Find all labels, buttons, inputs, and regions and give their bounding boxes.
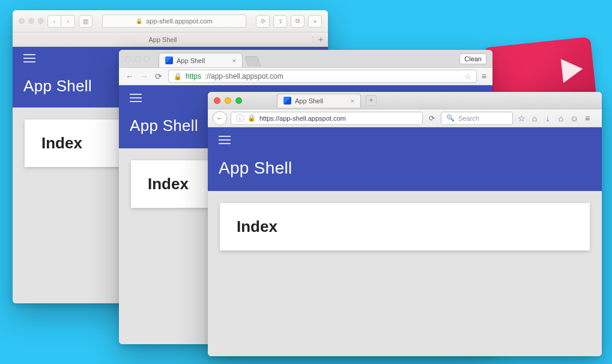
menu-icon: ≡ [482, 71, 486, 81]
safari-address-bar[interactable]: 🔒 app-shell.appspot.com [102, 14, 246, 28]
window-controls [19, 18, 44, 24]
url-text: app-shell.appspot.com [146, 17, 213, 25]
share-icon: ⇪ [278, 18, 283, 25]
forward-button[interactable]: › [61, 15, 75, 28]
sidebar-button[interactable]: ▥ [79, 15, 92, 28]
firefox-menu-button[interactable]: ≡ [583, 114, 592, 123]
browser-tab[interactable]: App Shell × [159, 53, 243, 67]
chrome-toolbar: ← → ⟳ 🔒 https://app-shell.appspot.com ☆ … [119, 67, 492, 85]
lock-icon: 🔒 [174, 73, 182, 80]
new-tab-button[interactable] [244, 56, 261, 67]
new-tab-button[interactable]: + [366, 95, 377, 106]
reload-button[interactable]: ⟳ [429, 114, 435, 123]
reload-button[interactable]: ⟳ [256, 15, 270, 28]
bookmark-star-icon[interactable]: ☆ [517, 114, 526, 123]
safari-titlebar: ‹ › ▥ 🔒 app-shell.appspot.com ⟳ ⇪ ⧉ » [13, 10, 328, 32]
maximize-window-icon[interactable] [144, 56, 150, 62]
library-icon[interactable]: ⌂ [530, 114, 539, 123]
firefox-toolbar: ← i 🔒 https://app-shell.appspot.com ⟳ 🔍 … [208, 109, 602, 127]
nav-buttons: ‹ › [47, 15, 75, 28]
chevron-right-icon: › [67, 18, 68, 25]
chrome-tabstrip: App Shell × Clean [119, 50, 492, 67]
clean-label: Clean [464, 55, 482, 62]
menu-button[interactable] [23, 54, 35, 62]
chat-icon[interactable]: ☺ [569, 114, 579, 123]
back-button[interactable]: ← [125, 71, 135, 81]
maximize-window-icon[interactable] [38, 18, 44, 24]
home-icon[interactable]: ⌂ [556, 114, 566, 123]
close-window-icon[interactable] [19, 18, 25, 24]
card-heading: Index [237, 217, 573, 236]
bookmark-icon[interactable]: ☆ [464, 72, 471, 81]
new-tab-button[interactable]: ＋ [314, 34, 328, 45]
hamburger-icon [219, 136, 231, 137]
url-text: https://app-shell.appspot.com [259, 115, 346, 122]
app-title: App Shell [219, 159, 591, 178]
url-rest: ://app-shell.appspot.com [205, 72, 283, 80]
safari-tabbar: App Shell ＋ [13, 32, 328, 47]
page-viewport: App Shell Index [208, 127, 602, 356]
menu-button[interactable] [219, 136, 231, 144]
close-tab-icon[interactable]: × [351, 97, 354, 105]
browser-tab[interactable]: App Shell × [277, 94, 361, 108]
hamburger-icon [23, 54, 35, 55]
favicon-icon [283, 97, 291, 105]
search-icon: 🔍 [446, 114, 455, 122]
downloads-icon[interactable]: ↓ [543, 114, 553, 123]
chevron-left-icon: ‹ [53, 18, 55, 25]
search-box[interactable]: 🔍 Search [441, 112, 513, 125]
reload-icon: ⟳ [429, 114, 435, 123]
chrome-address-bar[interactable]: 🔒 https://app-shell.appspot.com ☆ [168, 70, 477, 83]
browser-tab[interactable]: App Shell [13, 36, 314, 43]
hamburger-icon [130, 94, 142, 95]
clean-button[interactable]: Clean [459, 53, 486, 64]
close-window-icon[interactable] [125, 56, 131, 62]
window-controls [125, 56, 150, 62]
overflow-button[interactable]: » [308, 15, 322, 28]
firefox-address-bar[interactable]: i 🔒 https://app-shell.appspot.com [231, 112, 423, 125]
content-card: Index [220, 203, 590, 250]
minimize-window-icon[interactable] [28, 18, 34, 24]
menu-button[interactable] [130, 94, 142, 102]
url-scheme: https [186, 72, 201, 80]
tabs-icon: ⧉ [295, 17, 300, 25]
arrow-right-icon: → [140, 71, 148, 81]
firefox-window: App Shell × + ← i 🔒 https://app-shell.ap… [208, 92, 602, 356]
info-icon[interactable]: i [236, 114, 244, 122]
close-window-icon[interactable] [214, 97, 220, 104]
tab-title: App Shell [295, 97, 323, 105]
plus-icon: ＋ [317, 34, 325, 44]
arrow-left-icon: ← [216, 114, 224, 123]
favicon-icon [165, 56, 173, 64]
firefox-tabstrip: App Shell × + [208, 92, 602, 109]
sidebar-icon: ▥ [83, 18, 88, 25]
maximize-window-icon[interactable] [235, 97, 242, 104]
reload-icon: ⟳ [155, 71, 162, 81]
back-button[interactable]: ‹ [47, 15, 61, 28]
chrome-menu-button[interactable]: ≡ [482, 71, 486, 81]
lock-icon: 🔒 [136, 18, 142, 24]
minimize-window-icon[interactable] [225, 97, 231, 104]
lock-icon: 🔒 [247, 114, 256, 122]
chevrons-icon: » [314, 18, 317, 25]
share-button[interactable]: ⇪ [273, 15, 287, 28]
reload-button[interactable]: ⟳ [154, 71, 163, 81]
arrow-left-icon: ← [126, 71, 134, 81]
tab-title: App Shell [177, 57, 205, 64]
tabs-button[interactable]: ⧉ [291, 15, 304, 28]
search-placeholder: Search [458, 115, 479, 122]
back-button[interactable]: ← [213, 111, 227, 126]
minimize-window-icon[interactable] [135, 56, 141, 62]
reload-icon: ⟳ [261, 18, 265, 25]
forward-button[interactable]: → [139, 71, 149, 81]
close-tab-icon[interactable]: × [232, 57, 236, 64]
app-bar: App Shell [208, 127, 602, 191]
tab-title: App Shell [148, 36, 177, 43]
window-controls [214, 97, 242, 104]
